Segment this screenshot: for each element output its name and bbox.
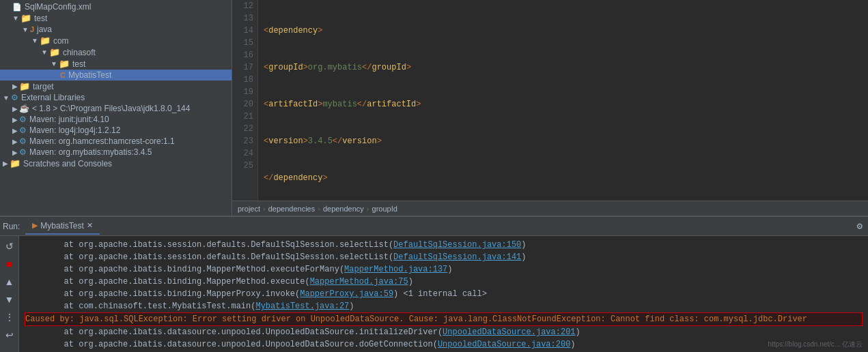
sidebar-item-label: target (33, 82, 54, 91)
sidebar-item-mybatis[interactable]: ▶ ⚙ Maven: org.mybatis:mybatis:3.4.5 (0, 147, 232, 158)
sidebar-item-log4j[interactable]: ▶ ⚙ Maven: log4j:log4j:1.2.12 (0, 125, 232, 136)
lib-icon: ⚙ (19, 126, 27, 135)
console-line-5: at org.apache.ibatis.binding.MapperProxy… (25, 288, 863, 300)
class-icon: C (60, 71, 66, 79)
scroll-down-button[interactable]: ▼ (2, 292, 17, 307)
console-line-4: at org.apache.ibatis.binding.MapperMetho… (25, 276, 863, 288)
gear-icon[interactable]: ⚙ (857, 220, 865, 232)
sidebar-item-test-folder[interactable]: ▼ 📁 test (0, 12, 232, 24)
sidebar-item-label: java (37, 25, 52, 34)
code-content[interactable]: <dependency> <groupId>org.mybatis</group… (258, 0, 868, 201)
console-link-2[interactable]: DefaultSqlSession.java:141 (393, 252, 521, 262)
sidebar-item-java-folder[interactable]: ▼ J java (0, 24, 232, 35)
tab-close-button[interactable]: ✕ (87, 221, 93, 230)
run-icon: ▶ (32, 221, 38, 230)
sidebar-item-scratches[interactable]: ▶ 📁 Scratches and Consoles (0, 158, 232, 169)
sidebar-item-sqlmapconfig[interactable]: 📄 SqlMapConfig.xml (0, 1, 232, 12)
sidebar: 📄 SqlMapConfig.xml ▼ 📁 test ▼ J java ▼ 📁… (0, 0, 232, 216)
lib-icon: ⚙ (11, 93, 18, 102)
expand-icon: ▶ (12, 149, 18, 156)
console-link-7[interactable]: UnpooledDataSource.java:201 (443, 327, 575, 337)
expand-icon: ▶ (3, 160, 8, 167)
console-output[interactable]: at org.apache.ibatis.session.defaults.De… (19, 236, 868, 352)
sidebar-item-com-folder[interactable]: ▼ 📁 com (0, 35, 232, 46)
folder-icon: 📁 (19, 81, 30, 91)
console-link-6[interactable]: MybatisTest.java:27 (255, 302, 349, 311)
top-area: 📄 SqlMapConfig.xml ▼ 📁 test ▼ J java ▼ 📁… (0, 0, 868, 216)
expand-icon: ▼ (22, 26, 29, 33)
lib-icon: ⚙ (19, 136, 27, 146)
console-line-2: at org.apache.ibatis.session.defaults.De… (25, 251, 863, 263)
code-line-12: <dependency> (264, 25, 868, 37)
sidebar-item-mybatistest[interactable]: C MybatisTest (0, 70, 232, 80)
sidebar-item-target-folder[interactable]: ▶ 📁 target (0, 80, 232, 92)
xml-icon: 📄 (12, 3, 22, 12)
sidebar-item-junit[interactable]: ▶ ⚙ Maven: junit:junit:4.10 (0, 114, 232, 125)
sidebar-item-hamcrest[interactable]: ▶ ⚙ Maven: org.hamcrest:hamcrest-core:1.… (0, 136, 232, 147)
sidebar-item-label: SqlMapConfig.xml (25, 2, 91, 12)
console-line-8: at org.apache.ibatis.datasource.unpooled… (25, 338, 863, 351)
console-link-5[interactable]: MapperProxy.java:59 (300, 289, 393, 299)
folder-icon: 📁 (10, 158, 20, 168)
console-line-caused: Caused by: java.sql.SQLException: Error … (25, 312, 863, 326)
sidebar-item-label: test (34, 14, 47, 23)
expand-icon: ▼ (3, 94, 10, 102)
lib-icon: ☕ (19, 104, 29, 113)
code-editor: 12 13 14 15 16 17 18 19 20 21 22 23 24 2… (232, 0, 868, 201)
expand-icon: ▶ (12, 116, 18, 123)
watermark: https://blog.csdn.net/c... 亿速云 (768, 340, 863, 349)
sidebar-item-label: Maven: junit:junit:4.10 (29, 115, 109, 124)
folder-icon: 📁 (40, 35, 51, 46)
rerun-button[interactable]: ↺ (2, 239, 17, 254)
console-area: ↺ ■ ▲ ▼ ⋮ ↩ at org.apache.ibatis.session… (0, 236, 868, 352)
line-numbers: 12 13 14 15 16 17 18 19 20 21 22 23 24 2… (232, 0, 258, 201)
console-link-3[interactable]: MapperMethod.java:137 (344, 265, 447, 274)
console-line-1: at org.apache.ibatis.session.defaults.De… (25, 239, 863, 251)
expand-icon: ▼ (51, 60, 57, 68)
expand-icon: ▶ (12, 83, 18, 90)
console-link-4[interactable]: MapperMethod.java:75 (310, 277, 408, 287)
sidebar-item-label: Maven: org.mybatis:mybatis:3.4.5 (29, 147, 152, 157)
breadcrumb-groupid[interactable]: groupId (372, 205, 397, 213)
java-icon: J (30, 25, 34, 33)
console-toolbar: ↺ ■ ▲ ▼ ⋮ ↩ (0, 236, 19, 352)
scroll-up-button[interactable]: ▲ (2, 274, 17, 289)
console-link-1[interactable]: DefaultSqlSession.java:150 (393, 240, 521, 250)
run-tab-bar: Run: ▶ MybatisTest ✕ ⚙ (0, 217, 868, 236)
expand-icon: ▶ (12, 138, 18, 145)
console-line-6: at com.chinasoft.test.MybatisTest.main(M… (25, 300, 863, 312)
sidebar-item-external-libraries[interactable]: ▼ ⚙ External Libraries (0, 92, 232, 103)
code-line-14: <artifactId>mybatis</artifactId> (264, 98, 868, 111)
breadcrumb-sep-2: › (318, 205, 320, 213)
run-label: Run: (3, 222, 20, 231)
editor-area: 12 13 14 15 16 17 18 19 20 21 22 23 24 2… (232, 0, 868, 216)
sidebar-item-jdk[interactable]: ▶ ☕ < 1.8 > C:\Program Files\Java\jdk1.8… (0, 103, 232, 114)
soft-wrap-button[interactable]: ↩ (2, 327, 17, 342)
sidebar-item-chinasoft-folder[interactable]: ▼ 📁 chinasoft (0, 46, 232, 58)
folder-icon: 📁 (49, 47, 60, 57)
breadcrumb-sep-1: › (263, 205, 266, 213)
breadcrumb-dependencies[interactable]: dependencies (268, 205, 316, 213)
filter-button[interactable]: ⋮ (2, 310, 17, 325)
stop-button[interactable]: ■ (2, 256, 17, 272)
code-line-15: <version>3.4.5</version> (264, 135, 868, 147)
sidebar-item-label: Maven: log4j:log4j:1.2.12 (29, 126, 120, 135)
expand-icon: ▼ (12, 14, 19, 22)
code-line-16: </dependency> (264, 172, 868, 184)
expand-icon: ▶ (12, 127, 18, 134)
breadcrumb-project[interactable]: project (238, 205, 260, 213)
sidebar-item-label: External Libraries (21, 93, 85, 102)
sidebar-item-test-subfolder[interactable]: ▼ 📁 test (0, 58, 232, 70)
sidebar-item-label: chinasoft (63, 48, 96, 57)
run-tab-mybatistest[interactable]: ▶ MybatisTest ✕ (25, 218, 99, 235)
breadcrumb-dependency[interactable]: dependency (323, 205, 364, 213)
breadcrumb-sep-3: › (367, 205, 369, 213)
sidebar-item-label: MybatisTest (68, 70, 111, 80)
run-tab-name: MybatisTest (40, 221, 83, 231)
expand-icon: ▶ (12, 105, 18, 113)
sidebar-item-label: test (72, 59, 85, 69)
folder-icon: 📁 (59, 59, 70, 69)
lib-icon: ⚙ (19, 147, 27, 157)
sidebar-item-label: Scratches and Consoles (23, 159, 112, 168)
console-link-8[interactable]: UnpooledDataSource.java:200 (438, 340, 570, 349)
